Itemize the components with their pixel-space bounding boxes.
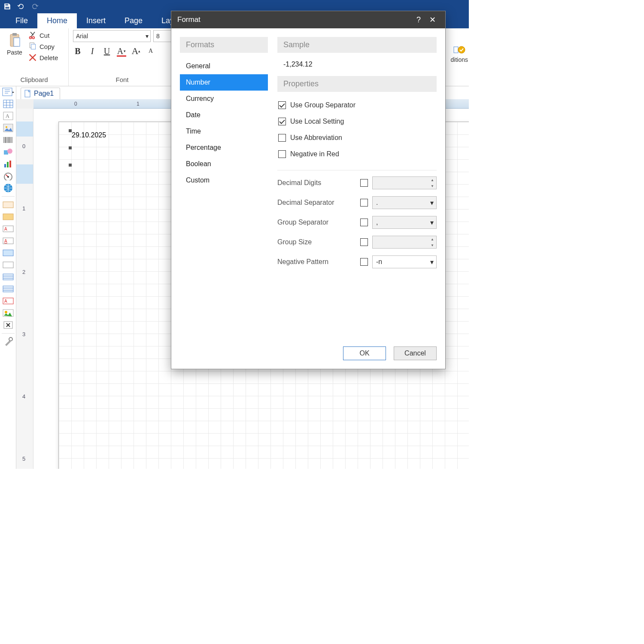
- component-table-icon[interactable]: [2, 99, 14, 109]
- band-summary-icon[interactable]: A: [2, 296, 14, 306]
- italic-button[interactable]: I: [88, 46, 97, 56]
- formats-section-header: Formats: [180, 37, 268, 53]
- save-icon[interactable]: [3, 3, 11, 10]
- shrink-font-button[interactable]: A: [146, 46, 155, 56]
- tools-icon[interactable]: [2, 337, 14, 346]
- bold-button[interactable]: B: [73, 46, 82, 56]
- format-general[interactable]: General: [180, 58, 268, 74]
- underline-button[interactable]: U: [102, 46, 112, 56]
- cancel-button[interactable]: Cancel: [394, 346, 437, 360]
- svg-rect-29: [3, 250, 13, 256]
- band-report-title-icon[interactable]: [2, 200, 14, 210]
- band-column-icon[interactable]: [2, 272, 14, 282]
- component-image-icon[interactable]: [2, 123, 14, 133]
- svg-text:A: A: [4, 299, 7, 304]
- negative-pattern-field[interactable]: -n▾: [372, 255, 437, 268]
- svg-rect-1: [12, 33, 17, 36]
- paste-label: Paste: [7, 49, 22, 56]
- svg-rect-6: [31, 44, 36, 49]
- svg-rect-31: [3, 274, 13, 280]
- tab-file[interactable]: File: [6, 13, 37, 28]
- format-number[interactable]: Number: [180, 74, 268, 91]
- delete-button[interactable]: Delete: [28, 53, 58, 62]
- copy-button[interactable]: Copy: [28, 42, 58, 51]
- format-currency[interactable]: Currency: [180, 91, 268, 107]
- svg-rect-10: [3, 100, 13, 108]
- group-separator-field[interactable]: ,▾: [372, 216, 437, 229]
- decimal-separator-field[interactable]: .▾: [372, 196, 437, 209]
- format-date[interactable]: Date: [180, 107, 268, 123]
- close-icon[interactable]: ✕: [425, 15, 439, 24]
- format-dialog: Format ? ✕ Formats General Number Curren…: [171, 11, 446, 369]
- format-list: General Number Currency Date Time Percen…: [180, 58, 268, 188]
- svg-rect-19: [9, 161, 11, 167]
- tool-palette: ▸ A A A A: [0, 86, 16, 469]
- help-icon[interactable]: ?: [412, 15, 425, 24]
- redo-icon[interactable]: [31, 3, 39, 10]
- page-tab[interactable]: Page1: [21, 88, 60, 99]
- svg-rect-17: [4, 164, 6, 167]
- cut-button[interactable]: Cut: [28, 31, 58, 39]
- format-custom[interactable]: Custom: [180, 172, 268, 188]
- svg-point-36: [5, 311, 7, 313]
- ok-button[interactable]: OK: [343, 346, 386, 360]
- svg-point-14: [6, 126, 7, 128]
- component-richtext-icon[interactable]: A: [2, 111, 14, 121]
- font-size-select[interactable]: 8: [153, 30, 171, 42]
- svg-rect-32: [3, 286, 13, 292]
- tab-page[interactable]: Page: [115, 13, 152, 28]
- negative-pattern-enable-checkbox[interactable]: [360, 258, 368, 266]
- text-component[interactable]: 29.10.2025: [72, 131, 106, 139]
- group-size-enable-checkbox[interactable]: [360, 238, 368, 246]
- use-group-separator-checkbox[interactable]: [278, 101, 286, 109]
- decimal-digits-enable-checkbox[interactable]: [360, 179, 368, 187]
- format-percentage[interactable]: Percentage: [180, 140, 268, 156]
- properties-section-header: Properties: [277, 76, 437, 92]
- svg-text:A: A: [4, 239, 7, 243]
- font-group-label: Font: [73, 75, 171, 85]
- svg-point-21: [7, 176, 9, 178]
- svg-rect-9: [3, 88, 12, 96]
- format-time[interactable]: Time: [180, 123, 268, 140]
- sample-section-header: Sample: [277, 37, 437, 53]
- group-size-field[interactable]: ▲▼: [372, 236, 437, 249]
- band-group-footer-icon[interactable]: A: [2, 236, 14, 246]
- svg-rect-18: [7, 162, 9, 167]
- use-local-setting-checkbox[interactable]: [278, 118, 286, 125]
- undo-icon[interactable]: [17, 3, 25, 10]
- component-map-icon[interactable]: [2, 183, 14, 193]
- band-header-icon[interactable]: [2, 212, 14, 222]
- svg-rect-2: [14, 38, 20, 46]
- dialog-title: Format: [177, 15, 200, 24]
- conditions-button-fragment[interactable]: ditions: [451, 33, 469, 76]
- decimal-separator-enable-checkbox[interactable]: [360, 199, 368, 207]
- band-group-icon[interactable]: A: [2, 224, 14, 234]
- component-text-icon[interactable]: ▸: [2, 87, 14, 97]
- component-chart-icon[interactable]: [2, 159, 14, 169]
- clipboard-group-label: Clipboard: [4, 75, 64, 85]
- component-shape-icon[interactable]: [2, 147, 14, 157]
- svg-rect-23: [3, 202, 13, 208]
- vertical-ruler[interactable]: 0 1 2 3 4 5: [16, 109, 33, 469]
- page-icon: [24, 90, 31, 97]
- band-footer-icon[interactable]: [2, 260, 14, 270]
- negative-in-red-checkbox[interactable]: [278, 150, 286, 158]
- format-boolean[interactable]: Boolean: [180, 156, 268, 172]
- component-barcode-icon[interactable]: [2, 135, 14, 145]
- font-color-button[interactable]: A▾: [117, 46, 126, 56]
- tab-home[interactable]: Home: [37, 13, 77, 28]
- paste-button[interactable]: Paste: [4, 30, 25, 62]
- band-remove-icon[interactable]: [2, 320, 14, 330]
- decimal-digits-field[interactable]: ▲▼: [372, 176, 437, 189]
- svg-text:A: A: [4, 227, 7, 231]
- band-page-footer-icon[interactable]: [2, 284, 14, 294]
- svg-point-8: [458, 46, 465, 53]
- font-name-select[interactable]: Arial▾: [73, 30, 151, 42]
- grow-font-button[interactable]: A▴: [131, 46, 141, 56]
- tab-insert[interactable]: Insert: [77, 13, 115, 28]
- component-gauge-icon[interactable]: [2, 171, 14, 181]
- use-abbreviation-checkbox[interactable]: [278, 134, 286, 142]
- band-data-icon[interactable]: [2, 248, 14, 258]
- band-overlay-icon[interactable]: [2, 308, 14, 318]
- group-separator-enable-checkbox[interactable]: [360, 219, 368, 226]
